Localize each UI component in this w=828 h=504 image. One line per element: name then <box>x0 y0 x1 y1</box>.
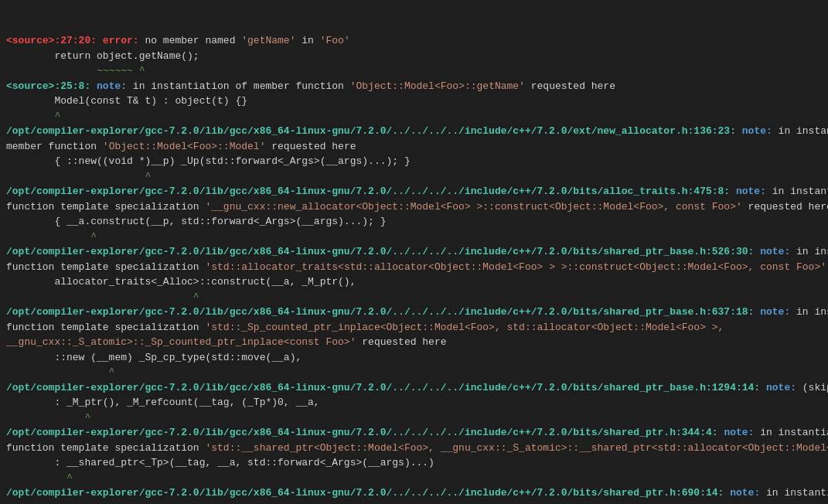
note-line-7: /opt/compiler-explorer/gcc-7.2.0/lib/gcc… <box>6 427 828 454</box>
code-line-5: allocator_traits<_Alloc>::construct(__a,… <box>6 276 356 288</box>
arrow-line-5: ^ <box>6 291 199 303</box>
note-line-4: /opt/compiler-explorer/gcc-7.2.0/lib/gcc… <box>6 246 828 273</box>
code-line-6: ::new (__mem) _Sp_cp_type(std::move(__a)… <box>6 352 302 363</box>
note-line-2: /opt/compiler-explorer/gcc-7.2.0/lib/gcc… <box>6 125 828 152</box>
error-line-1: <source>:27:20: error: no member named '… <box>6 35 350 46</box>
arrow-line-6: ^ <box>6 366 114 378</box>
code-line-8: : __shared_ptr<_Tp>(__tag, __a, std::for… <box>6 457 434 468</box>
arrow-line-2: ^ <box>6 111 60 122</box>
note-line-3: /opt/compiler-explorer/gcc-7.2.0/lib/gcc… <box>6 186 828 213</box>
code-line-4: { __a.construct(__p, std::forward<_Args>… <box>6 216 386 227</box>
arrow-line-3: ^ <box>6 171 151 182</box>
note-line-6: /opt/compiler-explorer/gcc-7.2.0/lib/gcc… <box>6 382 828 393</box>
arrow-line-1: ~~~~~~ ^ <box>6 65 145 77</box>
note-line-1: <source>:25:8: note: in instantiation of… <box>6 80 615 92</box>
compiler-output: <source>:27:20: error: no member named '… <box>6 3 822 504</box>
note-line-5: /opt/compiler-explorer/gcc-7.2.0/lib/gcc… <box>6 306 828 348</box>
arrow-line-7: ^ <box>6 412 90 424</box>
note-line-8: /opt/compiler-explorer/gcc-7.2.0/lib/gcc… <box>6 487 828 504</box>
code-line-1: return object.getName(); <box>6 50 199 62</box>
arrow-line-8: ^ <box>6 472 73 484</box>
code-line-2: Model(const T& t) : object(t) {} <box>6 95 247 107</box>
arrow-line-4: ^ <box>6 231 97 243</box>
code-line-3: { ::new((void *)__p) _Up(std::forward<_A… <box>6 155 411 167</box>
code-line-7: : _M_ptr(), _M_refcount(__tag, (_Tp*)0, … <box>6 397 320 408</box>
